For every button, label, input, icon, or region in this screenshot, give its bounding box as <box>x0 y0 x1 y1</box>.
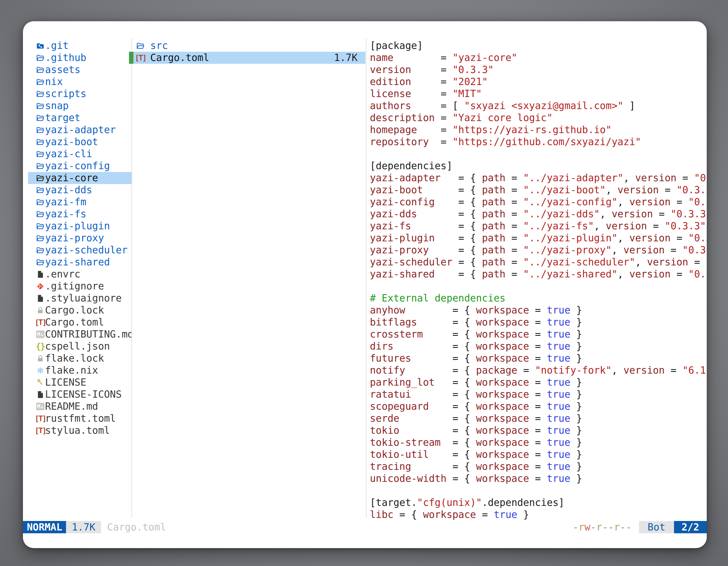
preview-line: yazi-boot = { path = "../yazi-boot", ver… <box>370 184 707 196</box>
folder-open-icon <box>136 42 145 50</box>
sidebar-item-license-icons[interactable]: LICENSE-ICONS <box>28 388 131 400</box>
scroll-position-label: Bot <box>639 521 674 533</box>
sidebar-item-yazi-scheduler[interactable]: yazi-scheduler <box>28 244 131 256</box>
preview-line <box>370 280 707 292</box>
file-label: yazi-cli <box>45 148 92 160</box>
sidebar-item-yazi-plugin[interactable]: yazi-plugin <box>28 220 131 232</box>
sidebar-item-yazi-dds[interactable]: yazi-dds <box>28 184 131 196</box>
file-label: snap <box>45 100 69 112</box>
preview-line <box>370 485 707 497</box>
file-label: target <box>45 112 80 124</box>
preview-line: yazi-dds = { path = "../yazi-dds", versi… <box>370 208 707 220</box>
folder-open-icon <box>36 66 45 74</box>
folder-open-icon <box>36 186 45 194</box>
sidebar-item-scripts[interactable]: scripts <box>28 88 131 100</box>
preview-line: serde = { workspace = true } <box>370 412 707 424</box>
sidebar-item-flake-nix[interactable]: ❄flake.nix <box>28 364 131 376</box>
sidebar-item-flake-lock[interactable]: flake.lock <box>28 352 131 364</box>
folder-open-icon <box>36 150 45 158</box>
preview-line: yazi-scheduler = { path = "../yazi-sched… <box>370 256 707 268</box>
sidebar-item--styluaignore[interactable]: .styluaignore <box>28 292 131 304</box>
file-label: .gitignore <box>45 280 104 292</box>
sidebar-item-yazi-config[interactable]: yazi-config <box>28 160 131 172</box>
sidebar-item-cspell-json[interactable]: {}cspell.json <box>28 340 131 352</box>
sidebar-item-yazi-fs[interactable]: yazi-fs <box>28 208 131 220</box>
json-icon: {} <box>36 340 45 352</box>
folder-open-icon <box>36 114 45 122</box>
folder-open-icon <box>36 138 45 146</box>
sidebar-item-yazi-proxy[interactable]: yazi-proxy <box>28 232 131 244</box>
preview-line: yazi-shared = { path = "../yazi-shared",… <box>370 268 707 280</box>
preview-line: scopeguard = { workspace = true } <box>370 400 707 412</box>
sidebar-item-rustfmt-toml[interactable]: [T]rustfmt.toml <box>28 412 131 424</box>
file-label: src <box>150 40 168 52</box>
file-label: LICENSE-ICONS <box>45 388 122 400</box>
folder-open-icon <box>36 234 45 243</box>
preview-pane[interactable]: [package]name = "yazi-core"version = "0.… <box>370 40 707 522</box>
file-label: Cargo.toml <box>45 316 104 328</box>
status-bar: NORMAL 1.7K Cargo.toml -rw-r--r-- Bot 2/… <box>23 521 707 533</box>
sidebar-item-snap[interactable]: snap <box>28 100 131 112</box>
markdown-icon: M↓ <box>36 403 45 410</box>
folder-open-icon <box>36 222 45 231</box>
file-label: LICENSE <box>45 376 86 388</box>
preview-line: futures = { workspace = true } <box>370 352 707 364</box>
sidebar-item--envrc[interactable]: .envrc <box>28 268 131 280</box>
pane-divider <box>366 39 367 517</box>
file-label: README.md <box>45 400 98 412</box>
sidebar-item-yazi-fm[interactable]: yazi-fm <box>28 196 131 208</box>
sidebar-item--git[interactable]: .git <box>28 40 131 52</box>
file-row-cargo-toml[interactable]: [T]Cargo.toml1.7K <box>133 52 365 64</box>
preview-line: name = "yazi-core" <box>370 52 707 64</box>
folder-open-icon <box>36 246 45 255</box>
sidebar-item-yazi-boot[interactable]: yazi-boot <box>28 136 131 148</box>
preview-line: libc = { workspace = true } <box>370 509 707 521</box>
git-folder-icon <box>36 42 45 50</box>
sidebar-item-cargo-lock[interactable]: Cargo.lock <box>28 304 131 316</box>
file-label: cspell.json <box>45 340 110 352</box>
toml-icon: [T] <box>36 412 45 424</box>
sidebar-item-nix[interactable]: nix <box>28 76 131 88</box>
file-row-src[interactable]: src <box>133 40 365 52</box>
file-label: assets <box>45 64 80 76</box>
key-icon <box>36 378 45 387</box>
file-icon <box>36 294 45 302</box>
sidebar-item-yazi-adapter[interactable]: yazi-adapter <box>28 124 131 136</box>
sidebar-item--github[interactable]: .github <box>28 52 131 64</box>
toml-icon: [T] <box>36 316 45 328</box>
folder-open-icon <box>36 102 45 110</box>
file-label: Cargo.toml <box>150 52 209 64</box>
sidebar-item-yazi-shared[interactable]: yazi-shared <box>28 256 131 268</box>
preview-line: yazi-plugin = { path = "../yazi-plugin",… <box>370 232 707 244</box>
sidebar-item-yazi-core[interactable]: yazi-core <box>28 172 131 184</box>
yazi-window: .git.githubassetsnixscriptssnaptargetyaz… <box>23 21 707 548</box>
sidebar-item-target[interactable]: target <box>28 112 131 124</box>
preview-line: # External dependencies <box>370 292 707 304</box>
sidebar-item-contributing-md[interactable]: M↓CONTRIBUTING.md <box>28 328 131 340</box>
file-label: Cargo.lock <box>45 304 104 316</box>
preview-line: parking_lot = { workspace = true } <box>370 376 707 388</box>
file-label: yazi-fm <box>45 196 86 208</box>
sidebar-item-readme-md[interactable]: M↓README.md <box>28 400 131 412</box>
preview-line: notify = { package = "notify-fork", vers… <box>370 364 707 376</box>
permissions-text: -rw-r--r-- <box>573 521 632 533</box>
preview-line: edition = "2021" <box>370 76 707 88</box>
file-label: rustfmt.toml <box>45 412 116 424</box>
preview-line: bitflags = { workspace = true } <box>370 316 707 328</box>
status-spacer <box>166 521 572 533</box>
current-pane-file-list: src[T]Cargo.toml1.7K <box>133 40 365 64</box>
sidebar-item-assets[interactable]: assets <box>28 64 131 76</box>
file-label: yazi-fs <box>45 208 86 220</box>
sidebar-item-license[interactable]: LICENSE <box>28 376 131 388</box>
preview-line: license = "MIT" <box>370 88 707 100</box>
cursor-position-badge: 2/2 <box>674 521 707 533</box>
sidebar-item-cargo-toml[interactable]: [T]Cargo.toml <box>28 316 131 328</box>
sidebar-item-yazi-cli[interactable]: yazi-cli <box>28 148 131 160</box>
lock-icon <box>36 354 45 363</box>
file-label: yazi-core <box>45 172 98 184</box>
file-label: .github <box>45 52 86 64</box>
folder-open-icon <box>36 162 45 170</box>
pane-divider <box>131 39 132 517</box>
sidebar-item-stylua-toml[interactable]: [T]stylua.toml <box>28 424 131 436</box>
sidebar-item--gitignore[interactable]: .gitignore <box>28 280 131 292</box>
